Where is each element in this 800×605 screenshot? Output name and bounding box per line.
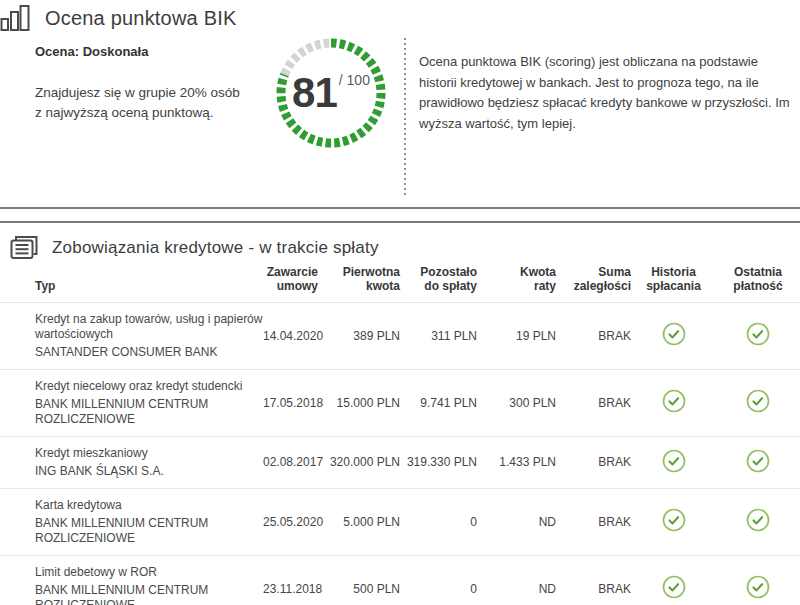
obligations-table: Typ Zawarcieumowy Pierwotnakwota Pozosta… [0, 263, 800, 605]
cell-history-status [631, 303, 716, 370]
score-gauge: 81 / 100 [271, 33, 391, 153]
cell-installment: 300 PLN [477, 370, 556, 437]
cell-last-payment-status [716, 370, 800, 437]
table-header-row: Typ Zawarcieumowy Pierwotnakwota Pozosta… [0, 263, 800, 303]
check-circle-icon [662, 389, 686, 417]
col-header-kwota-raty: Kwotaraty [477, 263, 556, 303]
cell-type: Kredyt na zakup towarów, usług i papieró… [0, 303, 263, 370]
table-row: Kredyt niecelowy oraz kredyt studencki B… [0, 370, 800, 437]
cell-original-amount: 5.000 PLN [318, 489, 400, 556]
cell-type: Kredyt mieszkaniowy ING BANK ŚLĄSKI S.A. [0, 437, 263, 489]
cell-date: 02.08.2017 [263, 437, 318, 489]
cell-date: 14.04.2020 [263, 303, 318, 370]
score-section-title: Ocena punktowa BIK [45, 7, 237, 30]
score-info-text: Ocena punktowa BIK (scoring) jest oblicz… [419, 52, 793, 134]
col-header-pierwotna-kwota: Pierwotnakwota [318, 263, 400, 303]
cell-last-payment-status [716, 489, 800, 556]
table-row: Kredyt mieszkaniowy ING BANK ŚLĄSKI S.A.… [0, 437, 800, 489]
cell-original-amount: 389 PLN [318, 303, 400, 370]
col-header-zawarcie-umowy: Zawarcieumowy [263, 263, 318, 303]
score-section: Ocena punktowa BIK Ocena: Doskonała Znaj… [0, 0, 800, 207]
cell-installment: 1.433 PLN [477, 437, 556, 489]
cell-arrears: BRAK [556, 370, 631, 437]
cell-history-status [631, 489, 716, 556]
rating-label: Ocena: Doskonała [35, 44, 275, 59]
col-header-historia-splacania: Historiaspłacania [631, 263, 716, 303]
cell-original-amount: 15.000 PLN [318, 370, 400, 437]
bar-chart-icon [0, 4, 30, 32]
col-header-typ: Typ [0, 263, 263, 303]
check-circle-icon [746, 389, 770, 417]
cell-arrears: BRAK [556, 437, 631, 489]
check-circle-icon [662, 322, 686, 350]
cell-arrears: BRAK [556, 303, 631, 370]
check-circle-icon [662, 575, 686, 603]
rating-description-line2: z najwyższą oceną punktową. [35, 103, 275, 123]
col-header-pozostalo-do-splaty: Pozostałodo spłaty [400, 263, 477, 303]
dotted-vertical-divider [404, 38, 406, 198]
score-rating-block: Ocena: Doskonała Znajdujesz się w grupie… [35, 44, 275, 124]
cell-date: 23.11.2018 [263, 556, 318, 605]
cell-remaining: 9.741 PLN [400, 370, 477, 437]
cell-arrears: BRAK [556, 489, 631, 556]
cell-history-status [631, 370, 716, 437]
check-circle-icon [746, 322, 770, 350]
cell-installment: ND [477, 489, 556, 556]
cell-type: Limit debetowy w ROR BANK MILLENNIUM CEN… [0, 556, 263, 605]
cell-remaining: 0 [400, 556, 477, 605]
check-circle-icon [746, 508, 770, 536]
score-number: 81 [292, 69, 337, 117]
rating-description: Znajdujesz się w grupie 20% osób z najwy… [35, 83, 275, 124]
obligations-section-title: Zobowiązania kredytowe - w trakcie spłat… [52, 238, 379, 258]
obligations-section-header: Zobowiązania kredytowe - w trakcie spłat… [0, 223, 800, 263]
cell-type: Kredyt niecelowy oraz kredyt studencki B… [0, 370, 263, 437]
cell-installment: ND [477, 556, 556, 605]
col-header-ostatnia-platnosc: Ostatniapłatność [716, 263, 800, 303]
cell-last-payment-status [716, 556, 800, 605]
check-circle-icon [662, 508, 686, 536]
cell-last-payment-status [716, 303, 800, 370]
cell-original-amount: 320.000 PLN [318, 437, 400, 489]
cell-history-status [631, 556, 716, 605]
col-header-suma-zaleglosci: Sumazaległości [556, 263, 631, 303]
cell-last-payment-status [716, 437, 800, 489]
cell-type: Karta kredytowa BANK MILLENNIUM CENTRUM … [0, 489, 263, 556]
section-divider [0, 207, 800, 223]
score-max: / 100 [339, 72, 370, 88]
cell-date: 25.05.2020 [263, 489, 318, 556]
cell-installment: 19 PLN [477, 303, 556, 370]
score-value: 81 / 100 [271, 33, 391, 153]
document-icon [9, 234, 39, 262]
cell-original-amount: 500 PLN [318, 556, 400, 605]
cell-remaining: 319.330 PLN [400, 437, 477, 489]
obligations-section: Zobowiązania kredytowe - w trakcie spłat… [0, 223, 800, 605]
table-row: Karta kredytowa BANK MILLENNIUM CENTRUM … [0, 489, 800, 556]
check-circle-icon [746, 575, 770, 603]
cell-history-status [631, 437, 716, 489]
cell-arrears: BRAK [556, 556, 631, 605]
table-row: Limit debetowy w ROR BANK MILLENNIUM CEN… [0, 556, 800, 605]
rating-description-line1: Znajdujesz się w grupie 20% osób [35, 83, 275, 103]
check-circle-icon [746, 449, 770, 477]
cell-remaining: 0 [400, 489, 477, 556]
cell-remaining: 311 PLN [400, 303, 477, 370]
check-circle-icon [662, 449, 686, 477]
score-section-header: Ocena punktowa BIK [0, 4, 237, 32]
cell-date: 17.05.2018 [263, 370, 318, 437]
table-row: Kredyt na zakup towarów, usług i papieró… [0, 303, 800, 370]
